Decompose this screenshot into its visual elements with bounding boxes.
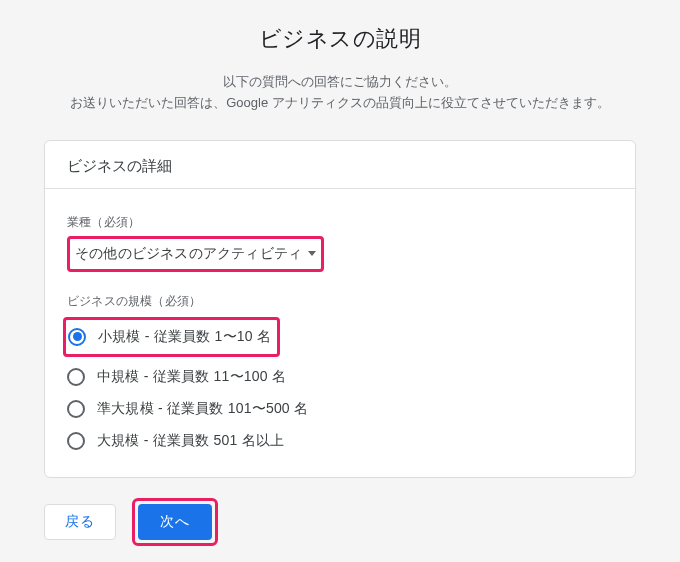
next-button[interactable]: 次へ xyxy=(138,504,212,540)
industry-field-label: 業種（必須） xyxy=(67,215,613,230)
size-option-label: 小規模 - 従業員数 1〜10 名 xyxy=(98,328,271,346)
business-details-card: ビジネスの詳細 業種（必須） その他のビジネスのアクティビティ ビジネスの規模（… xyxy=(44,140,636,478)
radio-icon xyxy=(67,400,85,418)
size-selected-highlight: 小規模 - 従業員数 1〜10 名 xyxy=(63,317,280,357)
size-option-label: 中規模 - 従業員数 11〜100 名 xyxy=(97,368,286,386)
caret-down-icon xyxy=(308,251,316,256)
page-title: ビジネスの説明 xyxy=(0,24,680,54)
radio-icon xyxy=(67,432,85,450)
size-field-label: ビジネスの規模（必須） xyxy=(67,294,613,309)
industry-selected-value: その他のビジネスのアクティビティ xyxy=(75,245,302,263)
desc-line-2: お送りいただいた回答は、Google アナリティクスの品質向上に役立てさせていた… xyxy=(70,95,610,110)
desc-line-1: 以下の質問への回答にご協力ください。 xyxy=(223,74,457,89)
radio-icon xyxy=(68,328,86,346)
radio-icon xyxy=(67,368,85,386)
page-description: 以下の質問への回答にご協力ください。 お送りいただいた回答は、Google アナ… xyxy=(0,72,680,114)
footer-actions: 戻る 次へ xyxy=(44,498,636,546)
size-option-label: 大規模 - 従業員数 501 名以上 xyxy=(97,432,284,450)
card-title: ビジネスの詳細 xyxy=(67,157,613,176)
size-option-medium[interactable]: 中規模 - 従業員数 11〜100 名 xyxy=(67,361,613,393)
size-option-small[interactable]: 小規模 - 従業員数 1〜10 名 xyxy=(68,322,271,352)
next-button-highlight: 次へ xyxy=(132,498,218,546)
size-option-label: 準大規模 - 従業員数 101〜500 名 xyxy=(97,400,308,418)
back-button[interactable]: 戻る xyxy=(44,504,116,540)
size-option-large[interactable]: 準大規模 - 従業員数 101〜500 名 xyxy=(67,393,613,425)
size-option-enterprise[interactable]: 大規模 - 従業員数 501 名以上 xyxy=(67,425,613,457)
industry-highlight: その他のビジネスのアクティビティ xyxy=(67,236,324,272)
industry-dropdown[interactable]: その他のビジネスのアクティビティ xyxy=(73,241,318,267)
